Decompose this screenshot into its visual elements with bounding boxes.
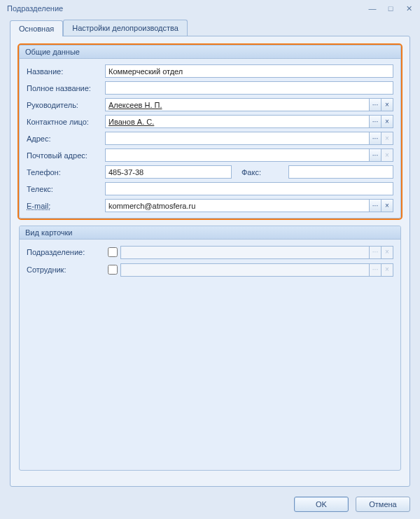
email-ellipsis-button[interactable]: ··· [369, 199, 382, 212]
email-clear-button[interactable]: × [381, 199, 393, 212]
head-ellipsis-button[interactable]: ··· [369, 98, 382, 111]
fax-input[interactable] [288, 165, 393, 179]
content-area: Основная Настройки делопроизводства Общи… [0, 17, 420, 492]
label-fax: Факс: [232, 168, 274, 177]
post-ellipsis-button[interactable]: ··· [369, 148, 382, 162]
group-general-body: Название: Полное название: Руководитель: [20, 59, 400, 218]
contact-ellipsis-button[interactable]: ··· [369, 115, 382, 128]
contact-input[interactable] [105, 115, 370, 128]
label-employee: Сотрудник: [27, 265, 105, 274]
employee-checkbox[interactable] [108, 265, 118, 275]
minimize-icon[interactable]: — [365, 3, 379, 14]
head-input[interactable] [105, 98, 370, 111]
footer: OK Отмена [0, 492, 420, 519]
phone-input[interactable] [105, 165, 232, 179]
window: Подразделение — □ ✕ Основная Настройки д… [0, 0, 420, 519]
tab-settings[interactable]: Настройки делопроизводства [63, 20, 188, 36]
label-address: Адрес: [27, 134, 105, 143]
post-clear-button: × [381, 148, 393, 162]
dept-input [120, 246, 370, 259]
label-head: Руководитель: [27, 101, 105, 109]
label-email: E-mail: [27, 202, 105, 210]
fullname-input[interactable] [105, 81, 393, 95]
employee-clear-button: × [381, 263, 393, 277]
label-telex: Телекс: [27, 185, 105, 193]
head-clear-button[interactable]: × [381, 98, 393, 111]
label-contact: Контактное лицо: [27, 118, 105, 126]
cancel-button[interactable]: Отмена [356, 497, 410, 512]
close-icon[interactable]: ✕ [402, 3, 416, 14]
tab-main[interactable]: Основная [10, 20, 63, 36]
dept-clear-button: × [381, 246, 393, 259]
employee-input [120, 263, 370, 277]
dept-ellipsis-button: ··· [369, 246, 382, 259]
telex-input[interactable] [105, 182, 393, 195]
group-card-body: Подразделение: ··· × Сотрудник: [20, 240, 400, 284]
maximize-icon[interactable]: □ [384, 3, 398, 14]
group-card: Вид карточки Подразделение: ··· × Сотруд… [19, 226, 401, 471]
employee-ellipsis-button: ··· [369, 263, 382, 277]
ok-button[interactable]: OK [294, 497, 349, 512]
address-ellipsis-button[interactable]: ··· [369, 132, 382, 145]
tab-panel-main: Общие данные Название: Полное название: [10, 36, 410, 487]
group-general: Общие данные Название: Полное название: [19, 45, 401, 219]
titlebar: Подразделение — □ ✕ [0, 0, 420, 17]
group-general-header: Общие данные [20, 46, 400, 59]
contact-clear-button[interactable]: × [381, 115, 393, 128]
tab-strip: Основная Настройки делопроизводства [10, 20, 410, 36]
dept-checkbox[interactable] [108, 247, 118, 257]
window-title: Подразделение [7, 4, 361, 13]
label-fullname: Полное название: [27, 84, 105, 92]
label-post: Почтовый адрес: [27, 151, 105, 160]
label-name: Название: [27, 67, 105, 76]
label-phone: Телефон: [27, 168, 105, 177]
address-clear-button: × [381, 132, 393, 145]
email-input[interactable] [105, 199, 370, 212]
label-dept: Подразделение: [27, 248, 105, 256]
post-input[interactable] [105, 148, 370, 162]
name-input[interactable] [105, 64, 393, 78]
group-card-header: Вид карточки [20, 226, 400, 240]
address-input[interactable] [105, 132, 370, 145]
